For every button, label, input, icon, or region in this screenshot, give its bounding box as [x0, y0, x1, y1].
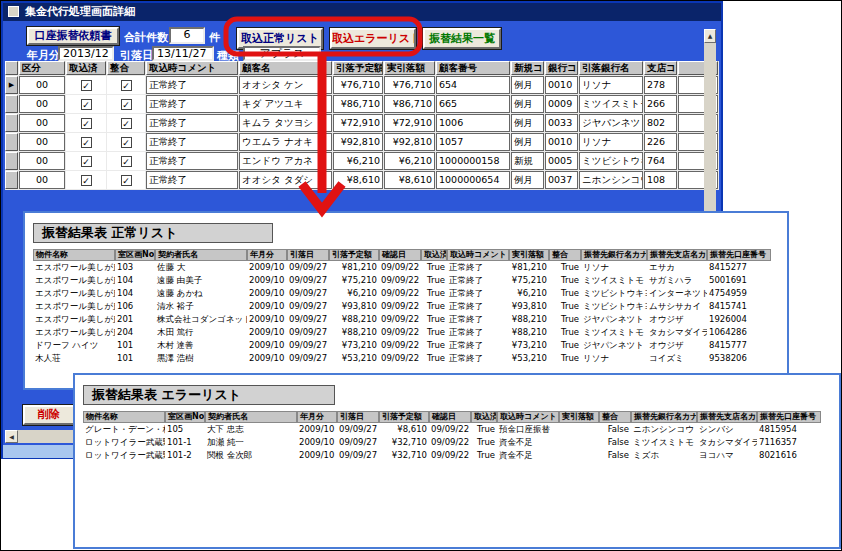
checkbox[interactable]: ✓	[121, 118, 132, 129]
grid-cell-checkbox[interactable]: ✓	[66, 95, 106, 113]
type-field[interactable]: アプラス	[243, 46, 321, 61]
grid-header-cell[interactable]: 取込済	[66, 61, 106, 75]
grid-cell[interactable]: ¥92,810	[384, 133, 435, 151]
grid-cell[interactable]: 0010	[545, 133, 578, 151]
row-selector[interactable]	[5, 171, 18, 189]
checkbox[interactable]: ✓	[81, 118, 92, 129]
grid-header-cell[interactable]: 顧客名	[239, 61, 332, 75]
grid-cell[interactable]: 278	[644, 76, 677, 94]
grid-cell[interactable]: ¥72,910	[384, 114, 435, 132]
grid-cell[interactable]: 1057	[436, 133, 510, 151]
window-titlebar[interactable]: 集金代行処理画面詳細	[3, 3, 721, 21]
grid-cell[interactable]: ¥76,710	[333, 76, 383, 94]
grid-cell[interactable]: 例月	[511, 171, 544, 189]
transfer-result-list-button[interactable]: 振替結果一覧	[423, 28, 501, 49]
checkbox[interactable]: ✓	[121, 99, 132, 110]
grid-row[interactable]: 00✓✓正常終了キダ アツユキ¥86,710¥86,710665例月0009ミツ…	[5, 95, 719, 113]
checkbox[interactable]: ✓	[81, 175, 92, 186]
grid-cell[interactable]: ¥76,710	[384, 76, 435, 94]
grid-cell[interactable]: ウエムラ ナオキ	[239, 133, 332, 151]
grid-cell[interactable]: オオシタ タダシ	[239, 171, 332, 189]
grid-cell[interactable]: 00	[19, 76, 65, 94]
grid-cell[interactable]: 266	[644, 95, 677, 113]
grid-cell-checkbox[interactable]: ✓	[66, 133, 106, 151]
row-selector[interactable]	[5, 152, 18, 170]
grid-cell[interactable]: ¥86,710	[333, 95, 383, 113]
delete-button[interactable]: 削除	[23, 405, 75, 425]
import-error-list-button[interactable]: 取込エラーリスト	[330, 28, 416, 49]
checkbox[interactable]: ✓	[81, 80, 92, 91]
grid-cell[interactable]: 例月	[511, 114, 544, 132]
grid-cell[interactable]: 0037	[545, 171, 578, 189]
grid-cell[interactable]: 0010	[545, 76, 578, 94]
checkbox[interactable]: ✓	[81, 99, 92, 110]
grid-cell[interactable]: ¥92,810	[333, 133, 383, 151]
grid-cell[interactable]: 108	[644, 171, 677, 189]
checkbox[interactable]: ✓	[81, 137, 92, 148]
grid-cell[interactable]: 1000000158	[436, 152, 510, 170]
scroll-up-button[interactable]: ▲	[704, 29, 716, 43]
grid-cell[interactable]: ¥8,610	[333, 171, 383, 189]
grid-cell[interactable]: キダ アツユキ	[239, 95, 332, 113]
total-count-field[interactable]: 6	[169, 27, 205, 44]
debit-date-field[interactable]: 13/11/27	[152, 46, 214, 61]
grid-cell[interactable]: 00	[19, 95, 65, 113]
grid-cell[interactable]: 00	[19, 114, 65, 132]
grid-cell[interactable]: 226	[644, 133, 677, 151]
grid-cell[interactable]: 正常終了	[146, 95, 238, 113]
grid-cell-checkbox[interactable]: ✓	[107, 114, 145, 132]
grid-header-cell[interactable]: 引落予定額	[333, 61, 383, 75]
row-selector[interactable]: ▶	[5, 76, 18, 94]
grid-header-cell[interactable]: 顧客番号	[436, 61, 510, 75]
grid-cell[interactable]: オオシタ ケン	[239, 76, 332, 94]
account-transfer-request-button[interactable]: 口座振替依頼書	[27, 27, 119, 45]
grid-header-cell[interactable]: 整合	[107, 61, 145, 75]
grid-cell[interactable]: 正常終了	[146, 171, 238, 189]
grid-cell[interactable]: 764	[644, 152, 677, 170]
grid-cell[interactable]: ジヤパンネツト	[579, 114, 643, 132]
grid-cell[interactable]: 正常終了	[146, 152, 238, 170]
grid-row[interactable]: 00✓✓正常終了ウエムラ ナオキ¥92,810¥92,8101057例月0010…	[5, 133, 719, 151]
grid-cell[interactable]: 654	[436, 76, 510, 94]
grid-header-cell[interactable]: 支店コード	[644, 61, 677, 75]
grid-cell[interactable]: ミツビシトウキヨウUFJ	[579, 152, 643, 170]
grid-cell[interactable]: 1006	[436, 114, 510, 132]
grid-row[interactable]: 00✓✓正常終了エンドウ アカネ¥6,210¥6,2101000000158新規…	[5, 152, 719, 170]
grid-cell[interactable]: 正常終了	[146, 114, 238, 132]
grid-header-cell[interactable]: 取込時コメント	[146, 61, 238, 75]
checkbox[interactable]: ✓	[121, 175, 132, 186]
grid-cell[interactable]: ¥8,610	[384, 171, 435, 189]
scroll-left-button[interactable]: ◀	[5, 430, 18, 443]
grid-cell[interactable]: リソナ	[579, 76, 643, 94]
grid-cell[interactable]: 665	[436, 95, 510, 113]
grid-cell[interactable]: 正常終了	[146, 133, 238, 151]
grid-cell-checkbox[interactable]: ✓	[66, 152, 106, 170]
row-selector[interactable]	[5, 95, 18, 113]
grid-cell-checkbox[interactable]: ✓	[66, 76, 106, 94]
grid-cell[interactable]: 0033	[545, 114, 578, 132]
checkbox[interactable]: ✓	[121, 156, 132, 167]
grid-cell[interactable]: リソナ	[579, 133, 643, 151]
grid-cell[interactable]: 例月	[511, 133, 544, 151]
grid-cell-checkbox[interactable]: ✓	[107, 95, 145, 113]
grid-cell-checkbox[interactable]: ✓	[66, 171, 106, 189]
checkbox[interactable]: ✓	[121, 80, 132, 91]
customer-grid[interactable]: 区分取込済整合取込時コメント顧客名引落予定額実引落額顧客番号新規コード銀行コード…	[5, 61, 719, 190]
grid-cell[interactable]: 新規	[511, 152, 544, 170]
grid-header-cell[interactable]: 新規コード	[511, 61, 544, 75]
grid-cell-checkbox[interactable]: ✓	[107, 152, 145, 170]
grid-cell[interactable]: エンドウ アカネ	[239, 152, 332, 170]
grid-header-cell[interactable]: 銀行コード	[545, 61, 578, 75]
grid-cell[interactable]: 0009	[545, 95, 578, 113]
grid-row[interactable]: ▶00✓✓正常終了オオシタ ケン¥76,710¥76,710654例月0010リ…	[5, 76, 719, 94]
grid-cell[interactable]: 802	[644, 114, 677, 132]
grid-cell[interactable]: 例月	[511, 95, 544, 113]
grid-row[interactable]: 00✓✓正常終了オオシタ タダシ¥8,610¥8,6101000000654例月…	[5, 171, 719, 189]
checkbox[interactable]: ✓	[121, 137, 132, 148]
grid-cell-checkbox[interactable]: ✓	[107, 76, 145, 94]
grid-cell[interactable]: ミツイスミトモ	[579, 95, 643, 113]
grid-header-cell[interactable]: 区分	[19, 61, 65, 75]
grid-cell-checkbox[interactable]: ✓	[107, 133, 145, 151]
grid-row[interactable]: 00✓✓正常終了キムラ タツヨシ¥72,910¥72,9101006例月0033…	[5, 114, 719, 132]
grid-cell[interactable]: ¥72,910	[333, 114, 383, 132]
